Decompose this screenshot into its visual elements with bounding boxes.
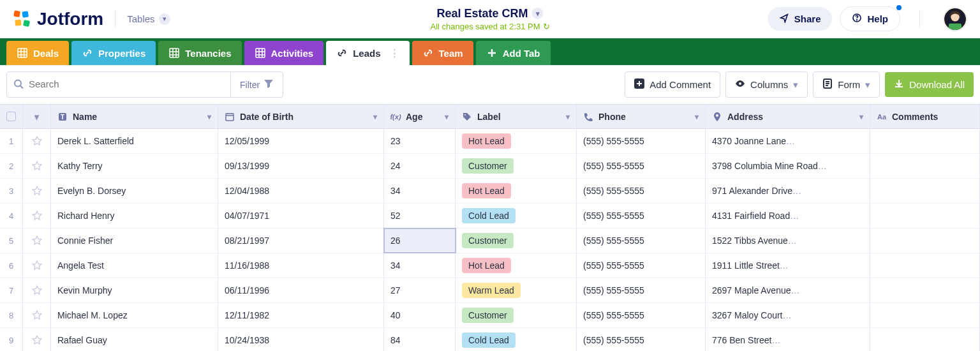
cell-name[interactable]: Angela Test — [51, 253, 218, 278]
cell-phone[interactable]: (555) 555-5555 — [577, 278, 706, 302]
cell-comments[interactable] — [870, 253, 980, 278]
cell-label[interactable]: Hot Lead — [456, 129, 577, 153]
cell-age[interactable]: 84 — [384, 328, 456, 351]
form-button[interactable]: Form ▾ — [813, 71, 880, 98]
header-expand[interactable]: ▾ — [23, 105, 51, 128]
star-button[interactable] — [23, 253, 51, 278]
cell-name[interactable]: Richard Henry — [51, 204, 218, 228]
star-button[interactable] — [23, 179, 51, 203]
cell-address[interactable]: 1522 Tibbs Avenue… — [706, 228, 870, 253]
cell-address[interactable]: 2697 Maple Avenue… — [706, 278, 870, 302]
cell-address[interactable]: 4370 Joanne Lane… — [706, 129, 870, 153]
star-button[interactable] — [23, 154, 51, 178]
cell-name[interactable]: Kathy Terry — [51, 154, 218, 178]
cell-address[interactable]: 3267 Maloy Court… — [706, 303, 870, 327]
add-tab-button[interactable]: Add Tab — [476, 41, 551, 65]
cell-label[interactable]: Warm Lead — [456, 278, 577, 302]
star-button[interactable] — [23, 303, 51, 327]
header-address[interactable]: Address▾ — [706, 105, 870, 128]
cell-comments[interactable] — [870, 179, 980, 203]
cell-phone[interactable]: (555) 555-5555 — [577, 228, 706, 253]
tab-properties[interactable]: Properties — [71, 41, 156, 65]
star-button[interactable] — [23, 204, 51, 228]
cell-address[interactable]: 776 Ben Street… — [706, 328, 870, 351]
header-age[interactable]: f(x)Age▾ — [384, 105, 456, 128]
cell-label[interactable]: Cold Lead — [456, 328, 577, 351]
cell-label[interactable]: Hot Lead — [456, 253, 577, 278]
star-button[interactable] — [23, 129, 51, 153]
cell-age[interactable]: 24 — [384, 154, 456, 178]
cell-name[interactable]: Kevin Murphy — [51, 278, 218, 302]
avatar[interactable] — [943, 7, 967, 31]
tab-leads[interactable]: Leads ⋮ — [326, 41, 409, 65]
cell-address[interactable]: 3798 Columbia Mine Road… — [706, 154, 870, 178]
cell-dob[interactable]: 11/16/1988 — [218, 253, 384, 278]
tab-team[interactable]: Team — [412, 41, 473, 65]
cell-age[interactable]: 23 — [384, 129, 456, 153]
download-all-button[interactable]: Download All — [885, 72, 974, 97]
cell-dob[interactable]: 12/05/1999 — [218, 129, 384, 153]
cell-label[interactable]: Customer — [456, 154, 577, 178]
cell-age[interactable]: 52 — [384, 204, 456, 228]
tab-menu-icon[interactable]: ⋮ — [386, 47, 399, 59]
cell-dob[interactable]: 08/21/1997 — [218, 228, 384, 253]
cell-comments[interactable] — [870, 303, 980, 327]
star-button[interactable] — [23, 278, 51, 302]
cell-comments[interactable] — [870, 328, 980, 351]
cell-dob[interactable]: 06/11/1996 — [218, 278, 384, 302]
cell-name[interactable]: Rafael Guay — [51, 328, 218, 351]
cell-label[interactable]: Customer — [456, 228, 577, 253]
cell-comments[interactable] — [870, 154, 980, 178]
select-all-cell[interactable] — [0, 105, 23, 128]
table-row[interactable]: 6Angela Test11/16/198834Hot Lead(555) 55… — [0, 253, 980, 278]
cell-comments[interactable] — [870, 278, 980, 302]
table-row[interactable]: 8Michael M. Lopez12/11/198240Customer(55… — [0, 303, 980, 328]
cell-phone[interactable]: (555) 555-5555 — [577, 179, 706, 203]
header-label[interactable]: Label▾ — [456, 105, 577, 128]
add-comment-button[interactable]: Add Comment — [625, 71, 720, 98]
cell-name[interactable]: Connie Fisher — [51, 228, 218, 253]
cell-dob[interactable]: 12/04/1988 — [218, 179, 384, 203]
cell-dob[interactable]: 10/24/1938 — [218, 328, 384, 351]
cell-comments[interactable] — [870, 129, 980, 153]
table-row[interactable]: 5Connie Fisher08/21/199726Customer(555) … — [0, 228, 980, 253]
cell-label[interactable]: Hot Lead — [456, 179, 577, 203]
cell-address[interactable]: 4131 Fairfield Road… — [706, 204, 870, 228]
cell-label[interactable]: Cold Lead — [456, 204, 577, 228]
cell-age[interactable]: 40 — [384, 303, 456, 327]
cell-dob[interactable]: 12/11/1982 — [218, 303, 384, 327]
table-row[interactable]: 3Evelyn B. Dorsey12/04/198834Hot Lead(55… — [0, 179, 980, 204]
share-button[interactable]: Share — [768, 7, 833, 31]
table-row[interactable]: 9Rafael Guay10/24/193884Cold Lead(555) 5… — [0, 328, 980, 351]
cell-phone[interactable]: (555) 555-5555 — [577, 204, 706, 228]
help-button[interactable]: Help — [840, 6, 900, 31]
filter-button[interactable]: Filter — [230, 72, 283, 97]
tab-deals[interactable]: Deals — [6, 41, 69, 65]
star-button[interactable] — [23, 328, 51, 351]
cell-phone[interactable]: (555) 555-5555 — [577, 303, 706, 327]
page-title-wrap[interactable]: Real Estate CRM ▾ — [431, 7, 550, 20]
tab-activities[interactable]: Activities — [244, 41, 324, 65]
cell-name[interactable]: Evelyn B. Dorsey — [51, 179, 218, 203]
cell-phone[interactable]: (555) 555-5555 — [577, 253, 706, 278]
cell-name[interactable]: Michael M. Lopez — [51, 303, 218, 327]
cell-label[interactable]: Customer — [456, 303, 577, 327]
cell-address[interactable]: 1911 Little Street… — [706, 253, 870, 278]
cell-phone[interactable]: (555) 555-5555 — [577, 129, 706, 153]
cell-name[interactable]: Derek L. Satterfield — [51, 129, 218, 153]
star-button[interactable] — [23, 228, 51, 253]
table-row[interactable]: 1Derek L. Satterfield12/05/199923Hot Lea… — [0, 129, 980, 154]
header-comments[interactable]: AaComments — [870, 105, 980, 128]
cell-comments[interactable] — [870, 228, 980, 253]
cell-phone[interactable]: (555) 555-5555 — [577, 328, 706, 351]
cell-age[interactable]: 34 — [384, 253, 456, 278]
logo[interactable]: Jotform — [13, 9, 103, 29]
header-dob[interactable]: Date of Birth▾ — [218, 105, 384, 128]
header-phone[interactable]: Phone▾ — [577, 105, 706, 128]
search-input[interactable] — [7, 72, 230, 96]
table-row[interactable]: 7Kevin Murphy06/11/199627Warm Lead(555) … — [0, 278, 980, 303]
cell-comments[interactable] — [870, 204, 980, 228]
cell-age[interactable]: 26 — [384, 228, 456, 253]
checkbox[interactable] — [6, 112, 16, 121]
table-row[interactable]: 2Kathy Terry09/13/199924Customer(555) 55… — [0, 154, 980, 179]
